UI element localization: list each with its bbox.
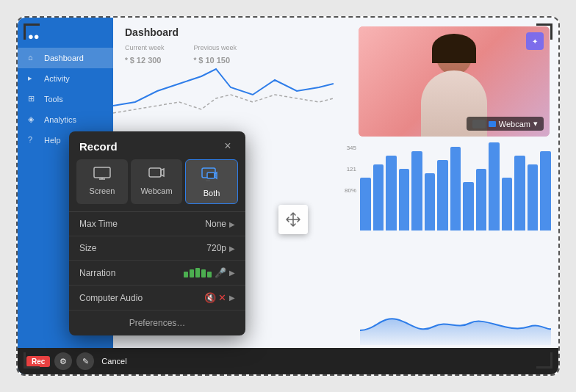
bar-3	[386, 156, 397, 231]
sidebar-item-label: Activity	[44, 74, 70, 83]
analytics-icon: ◈	[28, 115, 38, 125]
bar-1	[360, 178, 371, 231]
mic-icon[interactable]: 🎤	[215, 267, 226, 278]
sidebar-item-analytics[interactable]: ◈ Analytics	[18, 109, 113, 130]
bar-15	[540, 151, 551, 231]
record-options: Max Time None ▶ Size 720p ▶ Narration	[69, 211, 245, 311]
bar-10	[476, 169, 487, 231]
line-chart	[113, 54, 334, 120]
sidebar-item-activity[interactable]: ▸ Activity	[18, 68, 113, 89]
computer-audio-value: 🔇 ✕ ▶	[204, 292, 235, 303]
bar-9	[463, 182, 474, 231]
size-arrow[interactable]: ▶	[229, 244, 235, 253]
edit-button[interactable]: ✎	[76, 352, 94, 370]
mode-webcam-button[interactable]: Webcam	[131, 159, 182, 204]
previous-week-label: Previous week	[194, 44, 237, 51]
seg-1	[184, 272, 188, 277]
tools-icon: ⊞	[28, 94, 38, 104]
size-value: 720p ▶	[206, 243, 235, 253]
webcam-preview: ✦ Webcam ▾	[359, 26, 550, 137]
max-time-arrow[interactable]: ▶	[229, 220, 235, 228]
sidebar-item-label: Dashboard	[44, 54, 84, 62]
gear-icon: ⚙	[60, 357, 67, 366]
narration-arrow[interactable]: ▶	[229, 269, 235, 277]
screen-label: Screen	[90, 186, 115, 195]
close-button[interactable]: ×	[220, 139, 235, 153]
mode-both-button[interactable]: Both	[185, 159, 238, 204]
person-hair	[432, 34, 476, 63]
home-icon: ⌂	[28, 53, 38, 63]
grid-label-1: 345	[345, 145, 356, 151]
bar-2	[373, 164, 384, 231]
record-panel-header: Record ×	[69, 131, 245, 159]
sidebar-item-label: Analytics	[44, 115, 76, 124]
record-panel-title: Record	[79, 140, 118, 153]
max-time-row: Max Time None ▶	[69, 212, 245, 236]
help-icon: ?	[28, 135, 38, 145]
bar-12	[502, 178, 513, 231]
seg-3	[195, 268, 200, 277]
record-panel: Record × Screen Webcam	[69, 131, 245, 335]
computer-audio-row: Computer Audio 🔇 ✕ ▶	[69, 286, 245, 311]
svg-marker-4	[161, 169, 164, 176]
narration-level	[184, 268, 212, 277]
wave-chart	[360, 294, 551, 345]
move-icon	[285, 211, 301, 228]
cancel-button[interactable]: Cancel	[101, 357, 126, 366]
mute-x-icon: ✕	[218, 292, 226, 303]
both-icon	[201, 167, 222, 184]
webcam-label-bar: Webcam ▾	[467, 117, 544, 131]
narration-label: Narration	[79, 268, 115, 278]
move-icon-overlay[interactable]	[278, 205, 308, 234]
sidebar-item-label: Tools	[44, 95, 63, 104]
sidebar-item-dashboard[interactable]: ⌂ Dashboard	[18, 48, 113, 68]
bottom-toolbar: Rec ⚙ ✎ Cancel	[18, 348, 558, 374]
corner-br	[536, 352, 552, 369]
max-time-value: None ▶	[205, 219, 235, 229]
screen-thumb-icon	[472, 120, 486, 128]
corner-tr	[536, 23, 552, 40]
bar-6	[425, 173, 436, 231]
pencil-icon: ✎	[82, 357, 89, 366]
narration-value: 🎤 ▶	[184, 267, 235, 278]
corner-bl	[24, 352, 40, 369]
screen-icon	[93, 167, 111, 182]
main-frame: ●● ⌂ Dashboard ▸ Activity ⊞ Tools ◈ Anal…	[16, 16, 560, 376]
mode-screen-button[interactable]: Screen	[76, 159, 128, 204]
corner-tl	[24, 23, 40, 40]
chevron-down-icon: ▾	[533, 119, 538, 128]
svg-rect-6	[207, 173, 215, 178]
bar-13	[514, 156, 525, 231]
bar-8	[450, 147, 461, 231]
seg-4	[201, 269, 206, 277]
webcam-icon	[148, 167, 165, 182]
speaker-icon: 🔇	[204, 292, 216, 303]
grid-label-3: 80%	[345, 187, 356, 194]
settings-button[interactable]: ⚙	[54, 352, 72, 370]
current-week-label: Current week	[125, 44, 165, 51]
sidebar-item-tools[interactable]: ⊞ Tools	[18, 89, 113, 109]
max-time-label: Max Time	[79, 219, 118, 229]
audio-muted-indicator: 🔇 ✕	[204, 292, 226, 303]
bar-14	[528, 164, 539, 231]
bar-7	[437, 160, 448, 231]
bar-11	[489, 142, 500, 231]
bar-4	[399, 169, 410, 231]
sidebar-item-label: Help	[44, 136, 61, 145]
seg-5	[207, 272, 212, 277]
webcam-mode-label: Webcam	[140, 186, 172, 195]
preferences-button[interactable]: Preferences…	[69, 311, 245, 335]
svg-rect-3	[149, 168, 161, 177]
active-thumb-icon	[489, 121, 496, 127]
size-label: Size	[79, 243, 96, 253]
webcam-label: Webcam	[499, 120, 530, 128]
seg-2	[190, 269, 194, 277]
narration-row: Narration 🎤 ▶	[69, 261, 245, 286]
computer-audio-arrow[interactable]: ▶	[229, 294, 235, 302]
computer-audio-label: Computer Audio	[79, 293, 143, 303]
activity-icon: ▸	[28, 73, 38, 84]
record-modes: Screen Webcam Both	[69, 159, 245, 211]
grid-labels: 345 121 80%	[345, 145, 356, 208]
bar-5	[411, 151, 422, 231]
svg-rect-0	[94, 167, 110, 178]
